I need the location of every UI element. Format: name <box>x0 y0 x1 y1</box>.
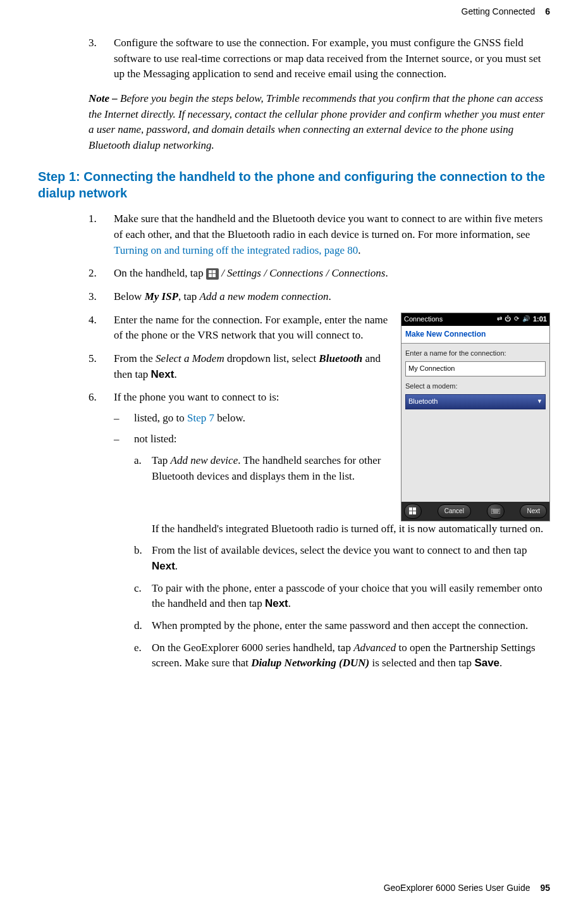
list-number: 3. <box>89 289 114 305</box>
button-label: Next <box>152 560 175 572</box>
footer-title: GeoExplorer 6000 Series User Guide <box>384 883 530 893</box>
screenshot-empty-area <box>401 414 549 502</box>
windows-start-icon[interactable] <box>404 504 422 519</box>
text: From the <box>114 352 156 364</box>
screenshot-body: Enter a name for the connection: My Conn… <box>401 344 549 414</box>
text: . <box>174 368 176 380</box>
text: . <box>358 244 360 256</box>
letter: a. <box>134 453 152 490</box>
clock: 1:01 <box>533 314 547 325</box>
svg-rect-2 <box>209 274 212 277</box>
letter: e. <box>134 640 152 671</box>
letter-list-item: a. Tap Add new device. The handheld sear… <box>134 453 391 490</box>
letter-body: Tap Add new device. The handheld searche… <box>152 453 391 490</box>
ui-label: Add a new modem connection <box>200 290 329 302</box>
field-label: Select a modem: <box>405 382 546 392</box>
button-label: Next <box>151 368 175 380</box>
dash: – <box>114 411 134 426</box>
page-content: 3. Configure the software to use the con… <box>38 35 550 671</box>
next-button[interactable]: Next <box>520 504 547 518</box>
letter-body: From the list of available devices, sele… <box>152 543 550 574</box>
screenshot-header: Make New Connection <box>401 326 549 344</box>
letter-list-item: e. On the GeoExplorer 6000 series handhe… <box>134 640 550 671</box>
field-label: Enter a name for the connection: <box>405 349 546 359</box>
letter-body: On the GeoExplorer 6000 series handheld,… <box>152 640 550 671</box>
text: Tap <box>152 454 171 466</box>
note-label: Note – <box>89 92 120 104</box>
text: below. <box>214 412 245 424</box>
svg-rect-7 <box>413 511 416 514</box>
list-body: Below My ISP, tap Add a new modem connec… <box>114 289 550 305</box>
modem-dropdown[interactable]: Bluetooth ▼ <box>405 394 546 409</box>
ui-label: Advanced <box>353 642 396 654</box>
text: , tap <box>178 290 200 302</box>
svg-rect-1 <box>212 270 216 273</box>
page-header: Getting Connected 6 <box>38 0 550 35</box>
ui-label: Bluetooth <box>319 352 362 364</box>
two-column-layout: 4. Enter the name for the connection. Fo… <box>89 313 550 521</box>
letter: c. <box>134 581 152 612</box>
list-body: Enter the name for the connection. For e… <box>114 313 391 344</box>
ui-label: Select a Modem <box>156 352 224 364</box>
text: To pair with the phone, enter a passcode… <box>152 582 542 610</box>
cross-reference-link[interactable]: Step 7 <box>187 412 214 424</box>
screenshot-titlebar: Connections ⇄ ⏻ ⟳ 🔊 1:01 <box>401 313 549 326</box>
connection-name-input[interactable]: My Connection <box>405 361 546 376</box>
list-item: 3. Configure the software to use the con… <box>89 35 550 82</box>
dash: – <box>114 432 134 447</box>
svg-rect-4 <box>409 507 412 511</box>
list-number: 5. <box>89 351 114 382</box>
text: is selected and then tap <box>369 657 474 669</box>
sub-list-item: – listed, go to Step 7 below. <box>114 411 391 426</box>
screenshot-bottombar: Cancel Next <box>401 502 549 521</box>
left-column: 4. Enter the name for the connection. Fo… <box>89 313 391 521</box>
tray-icons: ⇄ ⏻ ⟳ 🔊 <box>497 314 530 324</box>
list-item: 4. Enter the name for the connection. Fo… <box>89 313 391 344</box>
menu-path: / Settings / Connections / Connections <box>219 267 385 279</box>
text: If the phone you want to connect to is: <box>114 391 279 403</box>
chevron-down-icon: ▼ <box>537 397 542 406</box>
text: dropdown list, select <box>224 352 319 364</box>
note-paragraph: Note – Before you begin the steps below,… <box>89 91 550 154</box>
list-number: 3. <box>89 35 114 82</box>
button-label: Save <box>474 657 499 669</box>
list-number: 2. <box>89 266 114 282</box>
ui-label: Add new device <box>171 454 238 466</box>
svg-rect-3 <box>212 274 216 277</box>
dropdown-value: Bluetooth <box>408 397 438 407</box>
sub-list-item: – not listed: <box>114 432 391 447</box>
letter-body: To pair with the phone, enter a passcode… <box>152 581 550 612</box>
letter-list-item: b. From the list of available devices, s… <box>134 543 550 574</box>
list-body: On the handheld, tap / Settings / Connec… <box>114 266 550 282</box>
letter-list-item: c. To pair with the phone, enter a passc… <box>134 581 550 612</box>
step-heading: Step 1: Connecting the handheld to the p… <box>38 168 550 201</box>
text: . <box>175 560 178 572</box>
chapter-number: 6 <box>545 6 550 16</box>
page-footer: GeoExplorer 6000 Series User Guide 95 <box>384 883 550 893</box>
list-number: 1. <box>89 211 114 258</box>
list-item: 3. Below My ISP, tap Add a new modem con… <box>89 289 550 305</box>
button-label: Next <box>265 597 288 609</box>
letter-list-item: d. When prompted by the phone, enter the… <box>134 618 550 634</box>
list-item: 5. From the Select a Modem dropdown list… <box>89 351 391 382</box>
text: . <box>385 267 388 279</box>
letter: d. <box>134 618 152 634</box>
list-number: 4. <box>89 313 114 344</box>
text: Below <box>114 290 145 302</box>
list-body: Configure the software to use the connec… <box>114 35 550 82</box>
text: If the handheld's integrated Bluetooth r… <box>152 521 550 537</box>
list-item: 1. Make sure that the handheld and the B… <box>89 211 550 258</box>
letter-body: When prompted by the phone, enter the sa… <box>152 618 550 634</box>
ui-label: Dialup Networking (DUN) <box>251 657 369 669</box>
list-item: 2. On the handheld, tap / Settings / Con… <box>89 266 550 282</box>
cross-reference-link[interactable]: Turning on and turning off the integrate… <box>114 244 358 256</box>
windows-start-icon <box>206 268 219 280</box>
page-number: 95 <box>540 883 550 893</box>
list-body: Make sure that the handheld and the Blue… <box>114 211 550 258</box>
text: . <box>288 597 291 609</box>
list-number: 6. <box>89 390 114 497</box>
note-text: Before you begin the steps below, Trimbl… <box>89 92 545 151</box>
cancel-button[interactable]: Cancel <box>438 504 471 518</box>
keyboard-icon[interactable] <box>487 504 505 519</box>
screenshot-title: Connections <box>404 314 443 325</box>
